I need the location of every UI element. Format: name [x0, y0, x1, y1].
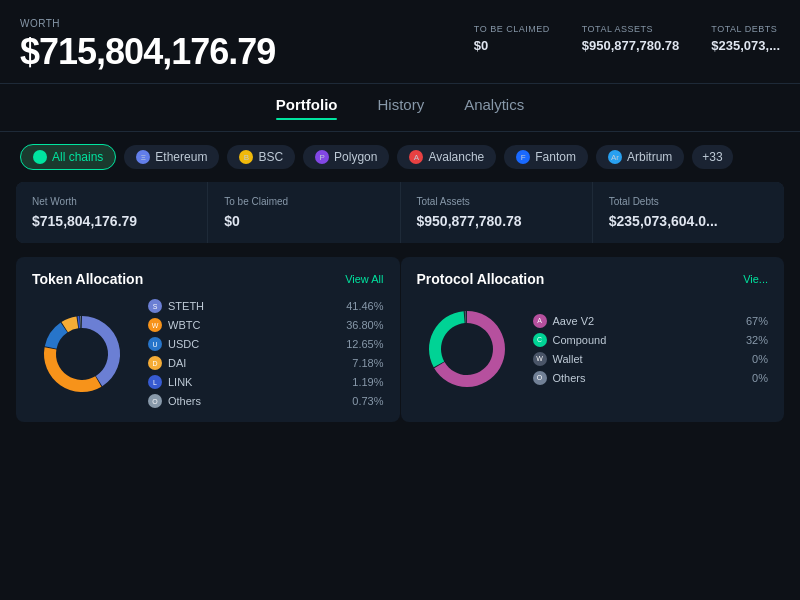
chain-icon-polygon: P — [315, 150, 329, 164]
stats-card-value: $950,877,780.78 — [417, 213, 576, 229]
chain-label-avalanche: Avalanche — [428, 150, 484, 164]
protocol-legend-item: W Wallet 0% — [533, 352, 769, 366]
header-stat-item: TOTAL ASSETS $950,877,780.78 — [582, 24, 680, 53]
stats-card-value: $235,073,604.0... — [609, 213, 768, 229]
stats-card-label: Net Worth — [32, 196, 191, 207]
stats-card-value: $0 — [224, 213, 383, 229]
tab-portfolio[interactable]: Portfolio — [276, 96, 338, 119]
donut-segment — [82, 316, 120, 386]
legend-name: Aave V2 — [553, 315, 740, 327]
net-worth-block: WORTH $715,804,176.79 — [20, 18, 275, 73]
net-worth-value: $715,804,176.79 — [20, 31, 275, 73]
token-legend: S STETH 41.46% W WBTC 36.80% U USDC 12.6… — [148, 299, 384, 408]
stat-label: TOTAL ASSETS — [582, 24, 680, 34]
legend-name: LINK — [168, 376, 346, 388]
header-stats: TO BE CLAIMED $0 TOTAL ASSETS $950,877,7… — [474, 18, 780, 53]
legend-name: Others — [168, 395, 346, 407]
chain-icon-ethereum: Ξ — [136, 150, 150, 164]
chains-more[interactable]: +33 — [692, 145, 732, 169]
chain-icon-avalanche: A — [409, 150, 423, 164]
tab-analytics[interactable]: Analytics — [464, 96, 524, 119]
legend-pct: 32% — [746, 334, 768, 346]
donut-segment — [429, 311, 465, 367]
token-legend-item: D DAI 7.18% — [148, 356, 384, 370]
chain-ethereum[interactable]: Ξ Ethereum — [124, 145, 219, 169]
legend-pct: 0.73% — [352, 395, 383, 407]
header-stat-item: TO BE CLAIMED $0 — [474, 24, 550, 53]
legend-dot: L — [148, 375, 162, 389]
protocol-legend-item: C Compound 32% — [533, 333, 769, 347]
protocol-allocation-content: A Aave V2 67% C Compound 32% W Wallet 0%… — [417, 299, 769, 399]
token-allocation-title: Token Allocation — [32, 271, 143, 287]
stats-cards: Net Worth $715,804,176.79 To be Claimed … — [16, 182, 784, 243]
token-legend-item: W WBTC 36.80% — [148, 318, 384, 332]
token-view-all[interactable]: View All — [345, 273, 383, 285]
chain-icon-all: ✦ — [33, 150, 47, 164]
chain-icon-bsc: B — [239, 150, 253, 164]
legend-dot: D — [148, 356, 162, 370]
legend-dot: W — [533, 352, 547, 366]
legend-pct: 36.80% — [346, 319, 383, 331]
legend-name: Others — [553, 372, 747, 384]
legend-pct: 0% — [752, 372, 768, 384]
chain-all[interactable]: ✦ All chains — [20, 144, 116, 170]
legend-pct: 67% — [746, 315, 768, 327]
tab-history[interactable]: History — [377, 96, 424, 119]
stats-card: Net Worth $715,804,176.79 — [16, 182, 207, 243]
protocol-legend-item: O Others 0% — [533, 371, 769, 385]
stat-value: $0 — [474, 38, 550, 53]
legend-name: WBTC — [168, 319, 340, 331]
protocol-view-all[interactable]: Vie... — [743, 273, 768, 285]
tabs-container: PortfolioHistoryAnalytics — [0, 84, 800, 132]
chain-label-ethereum: Ethereum — [155, 150, 207, 164]
legend-name: USDC — [168, 338, 340, 350]
legend-name: STETH — [168, 300, 340, 312]
stat-value: $950,877,780.78 — [582, 38, 680, 53]
token-allocation-panel: Token Allocation View All S STETH 41.46%… — [16, 257, 400, 422]
donut-segment — [80, 316, 81, 328]
protocol-donut-chart — [417, 299, 517, 399]
stats-card-value: $715,804,176.79 — [32, 213, 191, 229]
legend-pct: 12.65% — [346, 338, 383, 350]
stats-card-label: Total Assets — [417, 196, 576, 207]
stat-value: $235,073,... — [711, 38, 780, 53]
chains-container: ✦ All chains Ξ Ethereum B BSC P Polygon … — [0, 132, 800, 182]
protocol-allocation-title: Protocol Allocation — [417, 271, 545, 287]
donut-segment — [45, 322, 68, 348]
header-section: WORTH $715,804,176.79 TO BE CLAIMED $0 T… — [0, 0, 800, 83]
chain-polygon[interactable]: P Polygon — [303, 145, 389, 169]
legend-name: Compound — [553, 334, 740, 346]
legend-pct: 7.18% — [352, 357, 383, 369]
legend-dot: O — [148, 394, 162, 408]
legend-dot: S — [148, 299, 162, 313]
chain-avalanche[interactable]: A Avalanche — [397, 145, 496, 169]
legend-dot: O — [533, 371, 547, 385]
protocol-allocation-panel: Protocol Allocation Vie... A Aave V2 67%… — [401, 257, 785, 422]
chain-label-bsc: BSC — [258, 150, 283, 164]
chain-fantom[interactable]: F Fantom — [504, 145, 588, 169]
allocations-row: Token Allocation View All S STETH 41.46%… — [16, 257, 784, 422]
stats-card: Total Debts $235,073,604.0... — [593, 182, 784, 243]
donut-segment — [44, 347, 101, 392]
protocol-allocation-header: Protocol Allocation Vie... — [417, 271, 769, 287]
stats-card: To be Claimed $0 — [208, 182, 399, 243]
legend-pct: 1.19% — [352, 376, 383, 388]
net-worth-label: WORTH — [20, 18, 275, 29]
stat-label: TOTAL DEBTS — [711, 24, 780, 34]
legend-dot: A — [533, 314, 547, 328]
chain-arbitrum[interactable]: Ar Arbitrum — [596, 145, 684, 169]
donut-segment — [464, 311, 466, 323]
stats-card: Total Assets $950,877,780.78 — [401, 182, 592, 243]
legend-pct: 0% — [752, 353, 768, 365]
token-donut-wrapper — [32, 304, 132, 404]
stats-card-label: To be Claimed — [224, 196, 383, 207]
chain-icon-arbitrum: Ar — [608, 150, 622, 164]
token-allocation-content: S STETH 41.46% W WBTC 36.80% U USDC 12.6… — [32, 299, 384, 408]
chain-bsc[interactable]: B BSC — [227, 145, 295, 169]
chain-label-polygon: Polygon — [334, 150, 377, 164]
legend-dot: W — [148, 318, 162, 332]
token-legend-item: U USDC 12.65% — [148, 337, 384, 351]
token-donut-chart — [32, 304, 132, 404]
stats-card-label: Total Debts — [609, 196, 768, 207]
token-legend-item: O Others 0.73% — [148, 394, 384, 408]
